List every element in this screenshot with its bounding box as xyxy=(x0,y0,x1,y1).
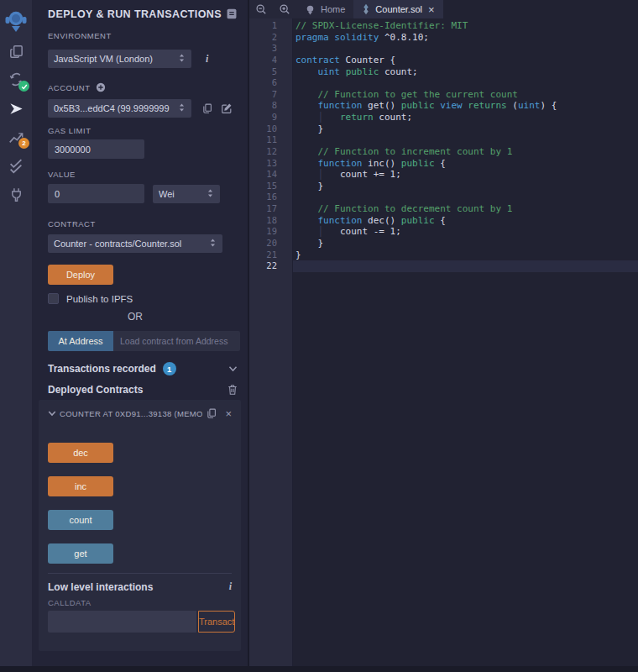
code-line-11[interactable] xyxy=(295,134,638,146)
account-select[interactable]: 0x5B3...eddC4 (99.9999999 xyxy=(48,99,191,118)
at-address-input[interactable] xyxy=(113,331,240,351)
remix-home-icon xyxy=(305,4,316,15)
environment-select[interactable]: JavaScript VM (London) xyxy=(48,50,191,68)
line-number: 10 xyxy=(249,123,292,135)
line-number: 2 xyxy=(249,32,292,44)
code-line-4[interactable]: contract Counter { xyxy=(295,55,638,66)
solidity-file-icon xyxy=(362,3,370,15)
line-number: 3 xyxy=(249,43,292,55)
value-label: VALUE xyxy=(48,170,222,179)
deployed-contract-card: COUNTER AT 0XD91...39138 (MEMORY × decin… xyxy=(39,400,241,651)
deploy-and-run-icon[interactable] xyxy=(0,94,32,123)
low-level-interactions-label: Low level interactions xyxy=(48,581,229,593)
contract-fn-inc-button[interactable]: inc xyxy=(48,476,113,496)
analysis-count-badge: 2 xyxy=(18,138,29,149)
icon-sidebar: 2 xyxy=(0,0,32,672)
code-line-6[interactable] xyxy=(295,77,638,89)
environment-info-icon[interactable]: i xyxy=(206,53,208,66)
line-number: 12 xyxy=(249,146,292,158)
code-line-10[interactable]: } xyxy=(295,123,638,135)
code-line-2[interactable]: pragma solidity ^0.8.10; xyxy=(295,32,638,44)
environment-value: JavaScript VM (London) xyxy=(54,54,175,64)
tab-home-label: Home xyxy=(321,4,345,14)
copy-contract-address-icon[interactable] xyxy=(206,407,217,419)
value-input[interactable] xyxy=(48,184,144,203)
code-line-3[interactable] xyxy=(295,43,638,55)
contract-collapse-chevron-icon[interactable] xyxy=(48,410,56,417)
remix-ide-window: 2 DEPLOY & RUN TRANSACTIONS xyxy=(0,0,638,672)
tab-counter-sol[interactable]: Counter.sol × xyxy=(353,0,442,18)
deployed-contracts-label: Deployed Contracts xyxy=(48,384,143,396)
tab-home[interactable]: Home xyxy=(296,0,353,18)
chevron-up-down-icon xyxy=(209,238,217,249)
tab-counter-label: Counter.sol xyxy=(375,4,422,14)
transactions-chevron-down-icon[interactable] xyxy=(228,365,238,372)
value-unit: Wei xyxy=(159,189,203,199)
code-area[interactable]: 12345678910111213141516171819202122 // S… xyxy=(249,18,638,672)
contract-fn-count-button[interactable]: count xyxy=(48,510,113,530)
environment-label: ENVIRONMENT xyxy=(48,31,222,40)
chevron-up-down-icon xyxy=(178,53,186,65)
edit-account-icon[interactable] xyxy=(221,102,233,114)
line-number: 21 xyxy=(249,249,292,261)
publish-ipfs-label: Publish to IPFS xyxy=(66,294,133,304)
transact-button[interactable]: Transact xyxy=(198,611,235,633)
code-editor: Home Counter.sol × 123456789101112131415… xyxy=(248,0,638,672)
publish-ipfs-checkbox[interactable] xyxy=(48,293,59,304)
code-line-8[interactable]: function get() public view returns (uint… xyxy=(295,100,638,112)
at-address-button[interactable]: At Address xyxy=(48,331,113,351)
copy-account-icon[interactable] xyxy=(201,102,212,114)
add-account-icon[interactable] xyxy=(96,82,106,92)
line-number: 1 xyxy=(249,20,292,32)
code-line-14[interactable]: │ count += 1; xyxy=(295,169,638,181)
contract-fn-get-button[interactable]: get xyxy=(48,543,113,564)
code-line-21[interactable]: } xyxy=(295,249,638,261)
solidity-compiler-icon[interactable] xyxy=(0,66,32,94)
line-number: 8 xyxy=(249,100,292,112)
plugin-manager-icon[interactable] xyxy=(0,180,32,208)
contract-functions: decinccountget xyxy=(48,443,232,564)
or-divider-label: OR xyxy=(48,311,222,323)
remove-contract-close-icon[interactable]: × xyxy=(225,407,232,420)
deployed-contract-title: COUNTER AT 0XD91...39138 (MEMORY xyxy=(60,409,202,418)
transactions-count-badge: 1 xyxy=(163,362,176,375)
close-tab-icon[interactable]: × xyxy=(428,4,435,15)
line-number: 22 xyxy=(249,260,292,272)
remix-logo-icon[interactable] xyxy=(0,5,32,37)
code-line-1[interactable]: // SPDX-License-Identifier: MIT xyxy=(295,20,638,32)
zoom-out-icon[interactable] xyxy=(249,0,273,18)
code-line-20[interactable]: } xyxy=(295,238,638,249)
line-number: 4 xyxy=(249,55,292,66)
contract-select[interactable]: Counter - contracts/Counter.sol xyxy=(48,234,222,253)
transactions-recorded-label: Transactions recorded xyxy=(48,363,156,375)
line-number: 11 xyxy=(249,134,292,146)
unit-testing-icon[interactable] xyxy=(0,151,32,180)
code-line-13[interactable]: function inc() public { xyxy=(295,158,638,170)
calldata-input[interactable] xyxy=(48,611,196,633)
zoom-in-icon[interactable] xyxy=(273,0,296,18)
code-line-22[interactable] xyxy=(293,260,638,272)
contract-fn-dec-button[interactable]: dec xyxy=(48,443,113,463)
deploy-button[interactable]: Deploy xyxy=(48,265,113,285)
low-level-info-icon[interactable]: i xyxy=(229,580,232,593)
code-line-17[interactable]: // Function to decrement count by 1 xyxy=(295,203,638,215)
code-line-19[interactable]: │ count -= 1; xyxy=(295,226,638,238)
clear-deployed-trash-icon[interactable] xyxy=(227,384,238,396)
code-line-18[interactable]: function dec() public { xyxy=(295,215,638,227)
code-line-7[interactable]: // Function to get the current count xyxy=(295,89,638,101)
code-line-9[interactable]: │ return count; xyxy=(295,112,638,123)
value-unit-select[interactable]: Wei xyxy=(153,185,220,203)
static-analysis-icon[interactable]: 2 xyxy=(0,123,32,151)
file-explorer-icon[interactable] xyxy=(0,37,32,66)
code-line-5[interactable]: uint public count; xyxy=(295,66,638,78)
code-line-12[interactable]: // Function to increment count by 1 xyxy=(295,146,638,158)
compiler-success-badge xyxy=(18,81,29,92)
code-line-15[interactable]: } xyxy=(295,181,638,192)
documentation-icon[interactable] xyxy=(226,8,238,20)
contract-label: CONTRACT xyxy=(48,219,222,228)
gas-limit-input[interactable] xyxy=(48,139,144,159)
code-line-16[interactable] xyxy=(295,192,638,203)
line-number: 14 xyxy=(249,169,292,181)
code-lines: // SPDX-License-Identifier: MITpragma so… xyxy=(293,18,638,672)
line-number: 19 xyxy=(249,226,292,238)
